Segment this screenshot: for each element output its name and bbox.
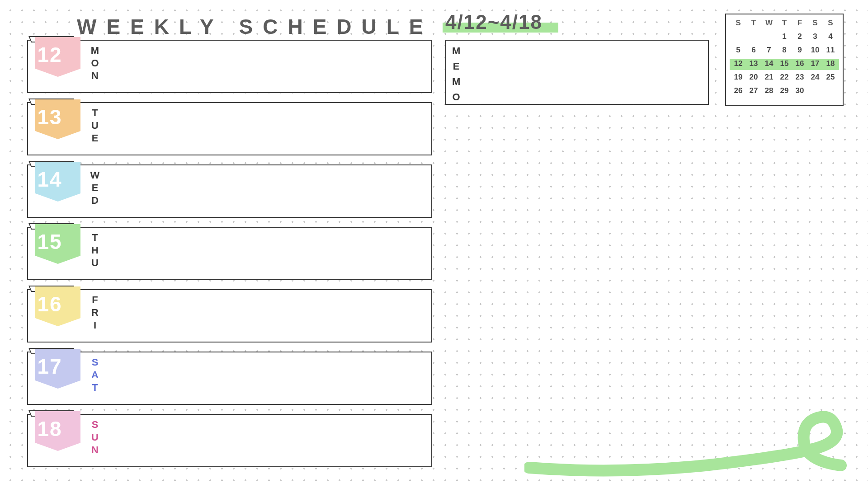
day-entry-box[interactable] [27, 164, 432, 218]
day-entry-box[interactable] [27, 40, 432, 93]
day-row: 17SAT [27, 350, 432, 409]
calendar-day-cell: 7 [761, 45, 777, 55]
day-entry-box[interactable] [27, 289, 432, 343]
day-entry-box[interactable] [27, 414, 432, 467]
date-range-container: 4/12~4/18 [445, 11, 542, 33]
date-range: 4/12~4/18 [445, 11, 542, 33]
day-row: 15THU [27, 225, 432, 285]
calendar-day-cell: 16 [792, 59, 807, 69]
calendar-day-cell: 20 [746, 72, 761, 82]
day-row: 18SUN [27, 412, 432, 472]
calendar-day-cell: 29 [777, 86, 792, 96]
memo-box[interactable]: MEMO [445, 40, 709, 105]
day-abbrev: SAT [89, 356, 102, 394]
date-number: 14 [27, 167, 72, 192]
calendar-day-cell: 28 [761, 86, 777, 96]
calendar-header-cell: T [746, 18, 761, 28]
day-entry-box[interactable] [27, 352, 432, 405]
calendar-header-cell: T [777, 18, 792, 28]
calendar-day-cell [746, 32, 761, 42]
calendar-header-cell: S [823, 18, 838, 28]
calendar-day-cell [761, 32, 777, 42]
calendar-day-cell: 26 [731, 86, 746, 96]
calendar-day-cell: 9 [792, 45, 807, 55]
calendar-day-cell: 11 [823, 45, 838, 55]
date-number: 13 [27, 105, 72, 129]
memo-label: MEMO [452, 43, 461, 105]
calendar-day-cell: 14 [761, 59, 777, 69]
day-row: 13TUE [27, 100, 432, 160]
calendar-day-cell [731, 32, 746, 42]
calendar-day-cell: 10 [807, 45, 823, 55]
calendar-header-cell: F [792, 18, 807, 28]
calendar-header-cell: S [807, 18, 823, 28]
date-number: 12 [27, 42, 72, 67]
calendar-day-cell: 4 [823, 32, 838, 42]
calendar-day-cell: 30 [792, 86, 807, 96]
calendar-day-cell: 2 [792, 32, 807, 42]
day-row: 12MON [27, 38, 432, 98]
day-row: 16FRI [27, 287, 432, 347]
calendar-day-cell: 27 [746, 86, 761, 96]
day-abbrev: WED [89, 169, 102, 207]
calendar-header-cell: W [761, 18, 777, 28]
mini-calendar: STWTFSS123456789101112131415161718192021… [725, 14, 844, 106]
day-abbrev: SUN [89, 418, 102, 456]
calendar-day-cell: 12 [731, 59, 746, 69]
calendar-day-cell: 5 [731, 45, 746, 55]
date-number: 16 [27, 292, 72, 316]
calendar-day-cell: 8 [777, 45, 792, 55]
day-abbrev: MON [89, 44, 102, 82]
calendar-day-cell: 25 [823, 72, 838, 82]
calendar-day-cell: 6 [746, 45, 761, 55]
calendar-day-cell: 3 [807, 32, 823, 42]
days-column: 12MON13TUE14WED15THU16FRI17SAT18SUN [27, 38, 432, 474]
calendar-day-cell: 18 [823, 59, 838, 69]
calendar-day-cell: 24 [807, 72, 823, 82]
date-number: 18 [27, 417, 72, 441]
day-entry-box[interactable] [27, 227, 432, 280]
date-number: 17 [27, 354, 72, 379]
calendar-day-cell: 13 [746, 59, 761, 69]
calendar-day-cell: 21 [761, 72, 777, 82]
day-abbrev: THU [89, 231, 102, 269]
calendar-day-cell: 1 [777, 32, 792, 42]
calendar-day-cell [823, 86, 838, 96]
calendar-day-cell: 23 [792, 72, 807, 82]
day-entry-box[interactable] [27, 102, 432, 155]
day-row: 14WED [27, 163, 432, 222]
calendar-day-cell: 22 [777, 72, 792, 82]
date-number: 15 [27, 230, 72, 254]
day-abbrev: FRI [89, 294, 102, 332]
calendar-header-cell: S [731, 18, 746, 28]
calendar-day-cell: 19 [731, 72, 746, 82]
calendar-day-cell [807, 86, 823, 96]
calendar-grid: STWTFSS123456789101112131415161718192021… [731, 18, 838, 96]
calendar-day-cell: 15 [777, 59, 792, 69]
page-title: WEEKLY SCHEDULE [77, 14, 433, 39]
calendar-day-cell: 17 [807, 59, 823, 69]
day-abbrev: TUE [89, 107, 102, 145]
swoosh-decoration-icon [524, 407, 859, 483]
